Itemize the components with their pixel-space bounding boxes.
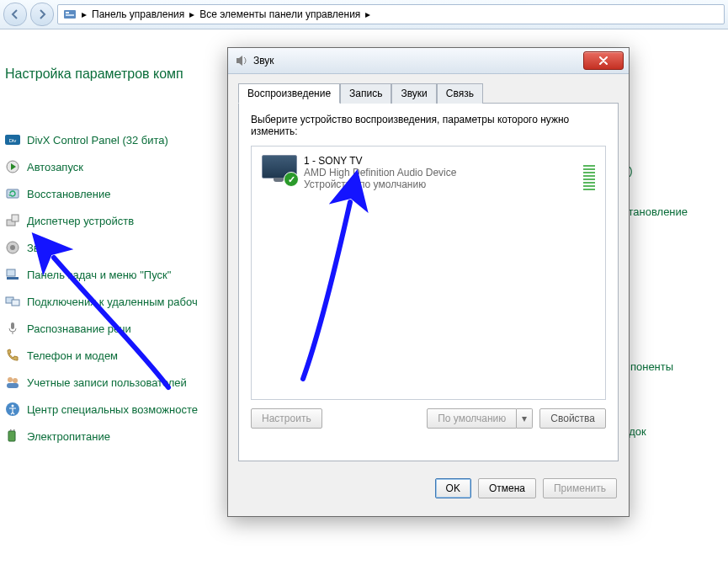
cp-link[interactable]: Телефон и модем xyxy=(27,349,118,362)
cp-link-partial[interactable]: а) xyxy=(623,164,688,177)
default-check-icon: ✓ xyxy=(284,172,299,187)
device-name: 1 - SONY TV xyxy=(304,155,575,167)
users-icon xyxy=(5,375,20,390)
close-button[interactable] xyxy=(583,51,624,70)
properties-button[interactable]: Свойства xyxy=(539,408,606,429)
device-manager-icon xyxy=(5,213,20,228)
apply-button[interactable]: Применить xyxy=(543,478,617,498)
tab-communications[interactable]: Связь xyxy=(437,83,483,104)
cp-link[interactable]: Диспетчер устройств xyxy=(27,215,134,227)
cancel-button[interactable]: Отмена xyxy=(478,478,536,498)
cp-link[interactable]: Центр специальных возможносте xyxy=(27,403,198,416)
dialog-footer: OK Отмена Применить xyxy=(228,470,629,507)
svg-rect-21 xyxy=(7,383,19,388)
sound-icon xyxy=(5,240,20,255)
cp-link[interactable]: Электропитание xyxy=(27,430,110,443)
svg-rect-2 xyxy=(66,14,74,16)
device-status: Устройство по умолчанию xyxy=(304,178,575,190)
dialog-title-text: Звук xyxy=(253,55,274,67)
taskbar-icon xyxy=(5,267,20,282)
cp-link[interactable]: Распознавание речи xyxy=(27,322,131,335)
breadcrumb[interactable]: ▸ Панель управления ▸ Все элементы панел… xyxy=(57,4,725,24)
svg-rect-1 xyxy=(66,12,69,13)
autorun-icon xyxy=(5,159,20,174)
tab-playback[interactable]: Воспроизведение xyxy=(238,83,340,104)
svg-rect-14 xyxy=(7,277,19,280)
svg-rect-16 xyxy=(12,300,19,306)
device-list[interactable]: ✓ 1 - SONY TV AMD High Definition Audio … xyxy=(251,146,606,400)
chevron-right-icon: ▸ xyxy=(82,8,87,20)
cp-link[interactable]: Восстановление xyxy=(27,188,110,200)
address-bar: ▸ Панель управления ▸ Все элементы панел… xyxy=(0,0,728,29)
instruction-text: Выберите устройство воспроизведения, пар… xyxy=(251,114,606,137)
cp-link[interactable]: Панель задач и меню "Пуск" xyxy=(27,269,171,281)
device-desc: AMD High Definition Audio Device xyxy=(304,167,575,178)
set-default-split-button[interactable]: По умолчанию ▾ xyxy=(427,408,533,429)
device-item[interactable]: ✓ 1 - SONY TV AMD High Definition Audio … xyxy=(252,146,605,199)
cp-link[interactable]: DivX Control Panel (32 бита) xyxy=(27,134,168,146)
svg-point-20 xyxy=(13,378,18,383)
cp-link-partial[interactable]: мпоненты xyxy=(623,360,688,373)
svg-text:Div: Div xyxy=(9,138,17,143)
close-icon xyxy=(598,56,608,65)
power-icon xyxy=(5,429,20,444)
back-button[interactable] xyxy=(3,3,27,26)
tabs: Воспроизведение Запись Звуки Связь xyxy=(238,83,619,103)
cp-link[interactable]: Учетные записи пользователей xyxy=(27,376,187,389)
divx-icon: Div xyxy=(5,132,20,147)
cp-link-partial[interactable]: а xyxy=(623,270,688,283)
ok-button[interactable]: OK xyxy=(435,478,471,498)
speaker-icon xyxy=(235,54,248,67)
breadcrumb-item[interactable]: Все элементы панели управления xyxy=(199,8,360,20)
recovery-icon xyxy=(5,186,20,201)
breadcrumb-item[interactable]: Панель управления xyxy=(92,8,184,20)
tab-panel: Выберите устройство воспроизведения, пар… xyxy=(238,103,619,461)
chevron-right-icon: ▸ xyxy=(189,8,194,20)
cp-link[interactable]: Подключения к удаленным рабоч xyxy=(27,296,198,308)
sound-dialog: Звук Воспроизведение Запись Звуки Связь … xyxy=(227,47,630,517)
speech-icon xyxy=(5,321,20,336)
cp-link-partial[interactable]: адок xyxy=(623,425,688,438)
svg-point-19 xyxy=(8,377,13,382)
configure-button[interactable]: Настроить xyxy=(251,408,322,429)
right-column: а) становление а мпоненты адок xyxy=(623,156,688,438)
cp-link-partial[interactable]: становление xyxy=(623,205,688,218)
svg-marker-27 xyxy=(236,56,242,66)
svg-rect-24 xyxy=(8,431,15,441)
control-panel-icon xyxy=(63,8,77,21)
remote-icon xyxy=(5,294,20,309)
tab-sounds[interactable]: Звуки xyxy=(391,83,436,104)
device-thumbnail: ✓ xyxy=(262,155,295,184)
set-default-button[interactable]: По умолчанию xyxy=(427,408,517,429)
svg-point-12 xyxy=(10,245,15,250)
svg-rect-13 xyxy=(7,269,15,276)
dialog-titlebar[interactable]: Звук xyxy=(228,48,629,74)
svg-point-23 xyxy=(12,405,14,408)
svg-rect-25 xyxy=(10,429,12,431)
tab-recording[interactable]: Запись xyxy=(340,83,391,104)
cp-link[interactable]: Автозапуск xyxy=(27,161,83,173)
chevron-right-icon: ▸ xyxy=(365,8,370,20)
accessibility-icon xyxy=(5,402,20,417)
svg-rect-10 xyxy=(12,215,19,221)
svg-rect-17 xyxy=(11,322,14,329)
phone-icon xyxy=(5,348,20,363)
level-meter-icon xyxy=(583,157,595,190)
chevron-down-icon[interactable]: ▾ xyxy=(517,408,533,429)
forward-button[interactable] xyxy=(30,3,54,26)
svg-rect-26 xyxy=(13,429,15,431)
cp-link[interactable]: Звук xyxy=(27,242,50,254)
